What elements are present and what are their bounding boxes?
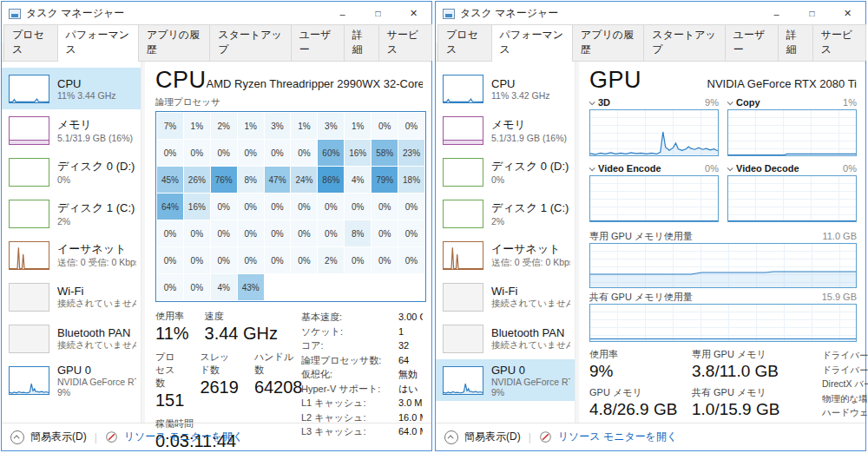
tab-0[interactable]: プロセス [437,24,492,61]
tab-2[interactable]: アプリの履歴 [572,24,644,61]
footer: 簡易表示(D) | リソース モニターを開く [436,423,865,450]
heatmap-cell: 0% [157,247,183,273]
chevron-down-icon[interactable] [589,99,595,105]
tab-1[interactable]: パフォーマンス [491,24,573,62]
heatmap-cell: 0% [184,274,210,300]
stat-value: 1.0/15.9 GB [692,400,822,419]
sidebar-item-sub: 11% 3.42 GHz [491,90,550,101]
sidebar-item-ethernet[interactable]: イーサネット送信: 0 受信: 0 Kbps [436,234,575,276]
open-resource-monitor-link[interactable]: リソース モニターを開く [124,430,244,444]
titlebar[interactable]: タスク マネージャー – □ ✕ [436,2,865,25]
sidebar-item-label: CPU [57,77,116,90]
sidebar-item-sub: 11% 3.44 GHz [57,90,116,101]
sidebar-item-wifi[interactable]: Wi-Fi接続されていません [2,276,141,318]
sidebar-item-ethernet[interactable]: イーサネット送信: 0 受信: 0 Kbps [2,234,141,276]
tab-5[interactable]: 詳細 [344,24,379,61]
stat-label: 共有 GPU メモリ [692,386,822,399]
sidebar-item-label: GPU 0 [57,364,136,377]
sidebar-item-wifi[interactable]: Wi-Fi接続されていません [436,276,575,318]
tab-1[interactable]: パフォーマンス [57,24,139,62]
sidebar-item-label: ディスク 1 (C:) [57,200,135,216]
sidebar-item-bluetooth[interactable]: Bluetooth PAN接続されていません [436,318,575,359]
stat-value: 3.44 GHz [205,324,278,344]
thumb-graph-cpu [443,75,483,103]
detail-row: ドライバーの日付:10/... [822,363,857,378]
chart-label: Video Encode [598,163,661,174]
sidebar-item-label: Bluetooth PAN [57,326,136,339]
tab-2[interactable]: アプリの履歴 [138,24,210,61]
chart-area [727,109,857,156]
tab-6[interactable]: サービス [378,24,432,61]
maximize-button[interactable]: □ [360,2,396,25]
gpu-details: ドライバーのバージョン:25....ドライバーの日付:10/...DirectX… [822,348,857,420]
detail-row: L1 キャッシュ:3.0 MB [301,396,423,410]
chevron-down-icon[interactable] [727,165,733,171]
tab-5[interactable]: 詳細 [778,24,813,61]
close-button[interactable]: ✕ [830,2,865,25]
sidebar-item-cpu[interactable]: CPU11% 3.44 GHz [2,68,141,109]
simple-view-toggle[interactable]: 簡易表示(D) [30,430,87,444]
sidebar-item-memory[interactable]: メモリ5.1/31.9 GB (16%) [436,109,575,151]
detail-label: ドライバーのバージョン: [822,348,868,363]
heatmap-cell: 0% [211,247,237,273]
chevron-down-icon[interactable] [589,165,595,171]
chart-area [589,304,857,342]
heatmap-cell: 60% [318,140,344,166]
chart-label: 共有 GPU メモリ使用量 [589,291,693,304]
sidebar-item-label: ディスク 0 (D:) [491,159,569,174]
sidebar-item-disk-2[interactable]: ディスク 0 (D:)0% [2,151,141,193]
tab-3[interactable]: スタートアップ [209,24,291,61]
chart-percent: 0% [705,163,719,174]
heatmap-cell: 0% [318,220,344,246]
heatmap-cell: 0% [157,220,183,246]
sidebar-item-disk-3[interactable]: ディスク 1 (C:)2% [436,193,575,234]
detail-value: 64 [398,353,409,368]
heatmap-cell: 58% [372,140,398,166]
chart-percent: 0% [843,163,857,174]
thumb-graph-bluetooth [9,325,49,353]
screen: タスク マネージャー – □ ✕ ファイル(F)オプション(O)表示(V) プロ… [0,0,868,451]
collapse-button[interactable] [444,430,458,444]
heatmap-cell: 0% [372,220,398,246]
tab-4[interactable]: ユーザー [291,24,345,61]
close-button[interactable]: ✕ [396,2,431,25]
detail-label: ソケット: [301,325,398,339]
detail-row: ソケット:1 [301,325,423,339]
sidebar-item-disk-3[interactable]: ディスク 1 (C:)2% [2,193,141,234]
detail-label: ハードウェア予約済みメモリ: [822,405,868,420]
tab-4[interactable]: ユーザー [725,24,779,61]
detail-row: ハードウェア予約済みメモリ:21... [822,405,857,420]
heatmap-cell: 0% [157,274,183,300]
maximize-button[interactable]: □ [794,2,830,25]
sidebar-item-disk-2[interactable]: ディスク 0 (D:)0% [436,151,575,193]
sidebar-item-bluetooth[interactable]: Bluetooth PAN接続されていません [2,318,141,359]
sidebar-item-cpu[interactable]: CPU11% 3.42 GHz [436,68,575,109]
sidebar-item-gpu[interactable]: GPU 0NVIDIA GeForce RTX 2089% [2,359,141,401]
tab-0[interactable]: プロセス [3,24,58,61]
sidebar-item-sub2: 9% [57,387,136,397]
stat-value: 64208 [254,378,303,397]
heatmap-cell: 2% [318,247,344,273]
resource-monitor-icon [539,430,552,443]
simple-view-toggle[interactable]: 簡易表示(D) [464,430,521,444]
open-resource-monitor-link[interactable]: リソース モニターを開く [558,430,678,444]
tab-6[interactable]: サービス [812,24,866,61]
titlebar[interactable]: タスク マネージャー – □ ✕ [2,2,431,25]
sidebar-item-gpu[interactable]: GPU 0NVIDIA GeForce RTX 2089% [436,359,575,401]
heatmap-cell: 4% [345,167,371,193]
heatmap-cell: 45% [157,167,183,193]
sidebar-item-sub: 接続されていません [491,298,570,310]
thumb-graph-disk [443,158,483,187]
collapse-button[interactable] [10,430,24,444]
footer-divider: | [95,431,97,443]
stat-label: 使用率 [589,348,692,361]
minimize-button[interactable]: – [759,2,794,25]
heatmap-cell: 86% [318,167,344,193]
chevron-down-icon[interactable] [727,99,733,105]
sidebar-item-memory[interactable]: メモリ5.1/31.9 GB (16%) [2,109,141,151]
heatmap-cell: 0% [398,220,424,246]
minimize-button[interactable]: – [325,2,360,25]
chart-percent: 9% [705,97,719,108]
tab-3[interactable]: スタートアップ [643,24,725,61]
stat-label: 使用率 [155,310,189,323]
